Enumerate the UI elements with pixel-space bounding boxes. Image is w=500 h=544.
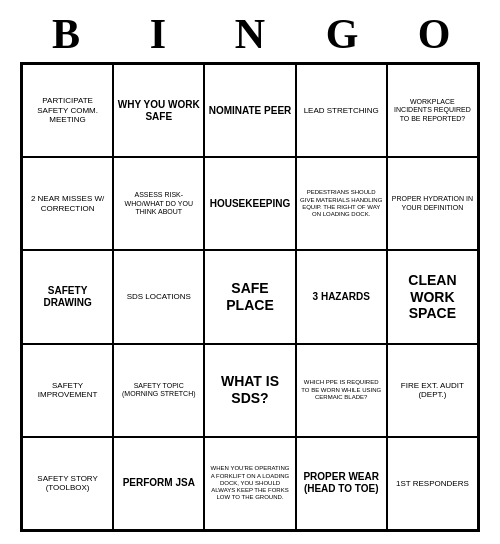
bingo-cell: 2 NEAR MISSES W/ CORRECTION — [22, 157, 113, 250]
bingo-cell: WORKPLACE INCIDENTS REQUIRED TO BE REPOR… — [387, 64, 478, 157]
bingo-cell: PROPER HYDRATION IN YOUR DEFINITION — [387, 157, 478, 250]
bingo-cell: SAFETY DRAWING — [22, 250, 113, 343]
letter-i: I — [114, 10, 202, 58]
bingo-cell: WHY YOU WORK SAFE — [113, 64, 204, 157]
letter-n: N — [206, 10, 294, 58]
bingo-cell: SAFETY TOPIC (MORNING STRETCH) — [113, 344, 204, 437]
bingo-cell: PARTICIPATE SAFETY COMM. MEETING — [22, 64, 113, 157]
bingo-cell: FIRE EXT. AUDIT (DEPT.) — [387, 344, 478, 437]
bingo-header: B I N G O — [20, 10, 480, 58]
bingo-cell: LEAD STRETCHING — [296, 64, 387, 157]
bingo-cell: WHICH PPE IS REQUIRED TO BE WORN WHILE U… — [296, 344, 387, 437]
bingo-cell: NOMINATE PEER — [204, 64, 295, 157]
bingo-cell: SAFE PLACE — [204, 250, 295, 343]
bingo-cell: ASSESS RISK- WHO/WHAT DO YOU THINK ABOUT — [113, 157, 204, 250]
bingo-cell: 3 HAZARDS — [296, 250, 387, 343]
bingo-cell: HOUSEKEEPING — [204, 157, 295, 250]
bingo-cell: WHEN YOU'RE OPERATING A FORKLIFT ON A LO… — [204, 437, 295, 530]
bingo-cell: SAFETY IMPROVEMENT — [22, 344, 113, 437]
bingo-cell: SDS LOCATIONS — [113, 250, 204, 343]
bingo-cell: PEDESTRIANS SHOULD GIVE MATERIALS HANDLI… — [296, 157, 387, 250]
bingo-grid: PARTICIPATE SAFETY COMM. MEETINGWHY YOU … — [20, 62, 480, 532]
bingo-cell: PERFORM JSA — [113, 437, 204, 530]
bingo-cell: 1ST RESPONDERS — [387, 437, 478, 530]
bingo-cell: SAFETY STORY (TOOLBOX) — [22, 437, 113, 530]
letter-o: O — [390, 10, 478, 58]
bingo-cell: CLEAN WORK SPACE — [387, 250, 478, 343]
bingo-cell: WHAT IS SDS? — [204, 344, 295, 437]
letter-g: G — [298, 10, 386, 58]
letter-b: B — [22, 10, 110, 58]
bingo-cell: PROPER WEAR (HEAD TO TOE) — [296, 437, 387, 530]
